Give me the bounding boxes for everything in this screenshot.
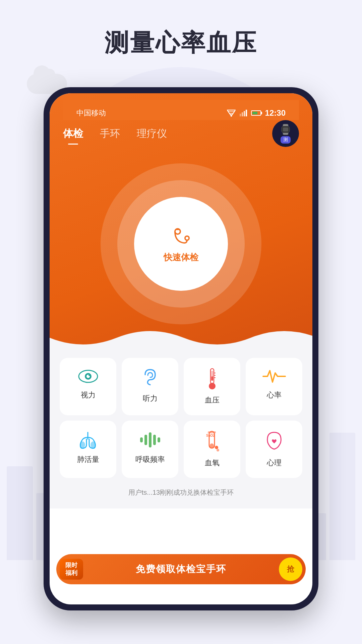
quick-exam-button[interactable]: 快速体检 — [134, 197, 228, 291]
icon-grid-row1: 视力 听力 — [60, 358, 302, 415]
vision-card[interactable]: 视力 — [60, 358, 116, 415]
svg-rect-30 — [144, 435, 147, 445]
quick-exam-label: 快速体检 — [164, 252, 198, 263]
hearing-card[interactable]: 听力 — [122, 358, 178, 415]
bp-label: 血压 — [205, 395, 220, 405]
eye-icon — [78, 368, 98, 385]
quick-exam-mid-circle: 快速体检 — [117, 180, 245, 308]
nav-tabs: 体检 手环 理疗仪 — [63, 127, 299, 143]
wave-divider — [50, 324, 312, 351]
bottom-banner[interactable]: 限时 福利 免费领取体检宝手环 抢 — [56, 554, 306, 584]
icon-grid-row2: 肺活量 呼吸频率 — [60, 421, 302, 478]
notification-bar: 用户ts...13刚刚成功兑换体检宝手环 — [60, 483, 302, 502]
svg-point-27 — [80, 441, 85, 448]
banner-badge: 限时 福利 — [60, 559, 83, 580]
svg-point-28 — [90, 441, 96, 448]
lung-label: 肺活量 — [77, 454, 99, 465]
mental-label: 心理 — [267, 458, 282, 468]
thermometer-icon — [205, 368, 219, 390]
sao2-icon: SaO2 — [204, 431, 220, 452]
carrier-label: 中国移动 — [76, 108, 106, 118]
wristband-badge[interactable]: 测 — [272, 120, 299, 147]
tab-exam[interactable]: 体检 — [63, 127, 83, 143]
status-time: 12:30 — [265, 108, 286, 118]
svg-point-38 — [215, 446, 218, 449]
tab-therapy[interactable]: 理疗仪 — [137, 127, 167, 143]
hearing-label: 听力 — [143, 393, 158, 404]
svg-rect-5 — [242, 112, 243, 116]
lung-card[interactable]: 肺活量 — [60, 421, 116, 478]
spo2-card[interactable]: SaO2 血氧 — [184, 421, 240, 478]
orange-section: 中国移动 — [50, 93, 312, 351]
svg-rect-7 — [246, 110, 247, 116]
svg-rect-36 — [208, 431, 216, 433]
wristband-icon — [280, 123, 292, 136]
pulse-icon — [262, 368, 286, 385]
svg-point-19 — [88, 375, 90, 376]
banner-grab-button[interactable]: 抢 — [279, 557, 302, 581]
svg-rect-22 — [211, 376, 213, 381]
banner-main-text: 免费领取体检宝手环 — [83, 563, 279, 576]
page-title: 测量心率血压 — [0, 27, 362, 59]
background: 测量心率血压 中国移动 — [0, 0, 362, 644]
battery-fill — [252, 112, 257, 114]
brain-icon — [264, 431, 284, 452]
phone-frame: 中国移动 — [44, 87, 318, 610]
status-icons: 12:30 — [227, 108, 286, 118]
svg-rect-33 — [158, 437, 160, 442]
ear-icon — [142, 368, 159, 388]
quick-exam-outer-circle: 快速体检 — [101, 163, 261, 324]
stethoscope-icon — [168, 225, 194, 252]
svg-point-23 — [209, 383, 216, 389]
spo2-label: 血氧 — [205, 458, 220, 468]
bloodpressure-card[interactable]: 血压 — [184, 358, 240, 415]
heartrate-card[interactable]: 心率 — [246, 358, 302, 415]
svg-rect-6 — [244, 111, 245, 116]
svg-text:SaO2: SaO2 — [206, 434, 215, 437]
breath-label: 呼吸频率 — [135, 454, 165, 465]
svg-rect-31 — [149, 432, 152, 447]
phone-screen: 中国移动 — [50, 93, 312, 604]
tab-wristband[interactable]: 手环 — [100, 127, 120, 143]
breath-icon — [138, 431, 162, 449]
wifi-icon — [227, 109, 236, 117]
svg-point-3 — [231, 115, 232, 117]
svg-rect-11 — [283, 127, 288, 131]
svg-point-14 — [186, 237, 188, 239]
status-bar: 中国移动 — [63, 100, 299, 120]
hr-label: 心率 — [267, 390, 282, 400]
svg-rect-35 — [210, 443, 214, 448]
battery-icon — [251, 110, 261, 116]
breath-card[interactable]: 呼吸频率 — [122, 421, 178, 478]
vision-label: 视力 — [81, 390, 96, 400]
svg-rect-29 — [140, 437, 143, 442]
notification-text: 用户ts...13刚刚成功兑换体检宝手环 — [128, 489, 234, 496]
svg-rect-4 — [240, 114, 241, 116]
mental-card[interactable]: 心理 — [246, 421, 302, 478]
svg-point-39 — [217, 449, 219, 451]
signal-icon — [240, 110, 247, 116]
lung-icon — [77, 431, 99, 449]
white-section: 视力 听力 — [50, 351, 312, 508]
svg-rect-32 — [153, 435, 156, 445]
wristband-badge-label: 测 — [281, 136, 291, 144]
